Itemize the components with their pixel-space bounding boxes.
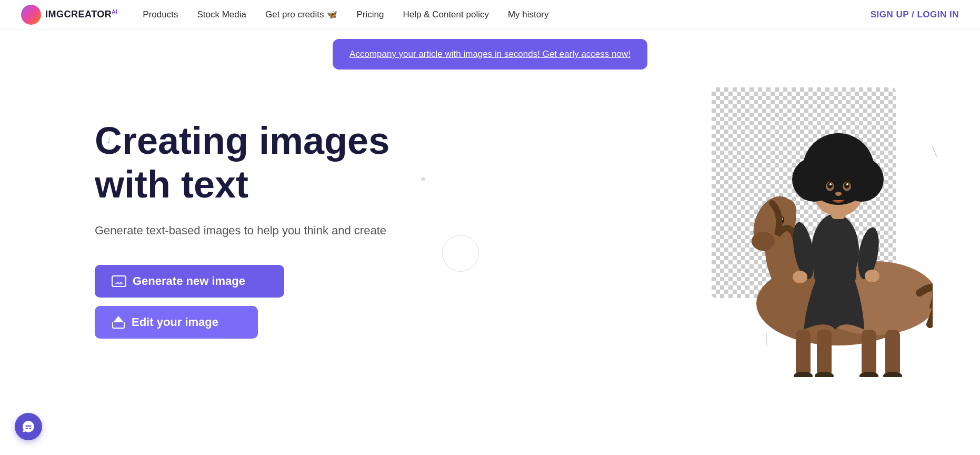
hero-section: Creating images with text Generate text-… xyxy=(0,29,980,451)
svg-rect-11 xyxy=(885,330,900,377)
nav-pricing[interactable]: Pricing xyxy=(356,9,384,20)
chat-bubble-button[interactable] xyxy=(15,413,42,440)
chat-icon xyxy=(22,420,35,433)
nav-get-pro-credits[interactable]: Get pro credits 🦋 xyxy=(265,9,338,20)
hero-title: Creating images with text xyxy=(95,119,885,206)
logo-text: IMGCREATORAI xyxy=(45,9,117,20)
auth-area: SIGN UP / LOGIN IN xyxy=(871,9,959,20)
main-nav: Products Stock Media Get pro credits 🦋 P… xyxy=(143,9,870,20)
logo-icon xyxy=(21,5,41,25)
hero-subtitle: Generate text-based images to help you t… xyxy=(95,221,400,240)
edit-your-image-button[interactable]: Edit your image xyxy=(95,306,258,339)
hero-buttons: Generate new image Edit your image xyxy=(95,265,885,339)
nav-help-content[interactable]: Help & Content policy xyxy=(403,9,488,20)
nav-stock-media[interactable]: Stock Media xyxy=(197,9,246,20)
nav-my-history[interactable]: My history xyxy=(508,9,548,20)
hero-content: Creating images with text Generate text-… xyxy=(95,103,885,339)
upload-icon xyxy=(112,316,125,329)
logo[interactable]: IMGCREATORAI xyxy=(21,5,117,25)
image-icon xyxy=(112,275,126,287)
generate-new-image-button[interactable]: Generate new image xyxy=(95,265,284,298)
butterfly-icon: 🦋 xyxy=(327,9,337,19)
nav-products[interactable]: Products xyxy=(143,9,178,20)
signup-login-button[interactable]: SIGN UP / LOGIN IN xyxy=(871,9,959,20)
